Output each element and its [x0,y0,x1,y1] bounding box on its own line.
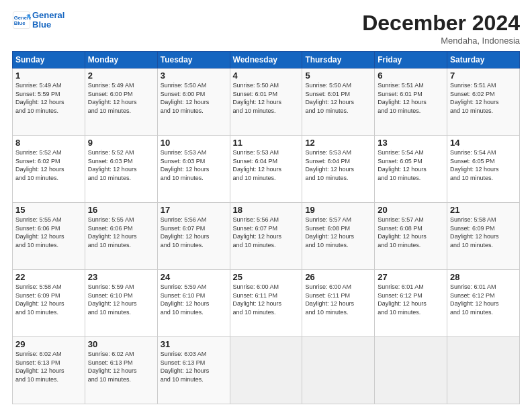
day-number: 23 [88,272,154,282]
day-number: 21 [450,205,517,215]
day-info: Sunrise: 5:59 AM Sunset: 6:10 PM Dayligh… [88,283,154,316]
day-number: 18 [233,205,300,215]
day-info: Sunrise: 5:49 AM Sunset: 5:59 PM Dayligh… [15,81,82,115]
col-wednesday: Wednesday [230,52,302,68]
calendar-day-21: 21 Sunrise: 5:58 AM Sunset: 6:09 PM Dayl… [447,203,520,270]
day-number: 29 [15,339,82,349]
day-number: 15 [15,205,82,215]
day-info: Sunrise: 5:52 AM Sunset: 6:03 PM Dayligh… [88,148,154,182]
calendar-day-23: 23 Sunrise: 5:59 AM Sunset: 6:10 PM Dayl… [85,270,157,337]
day-info: Sunrise: 5:57 AM Sunset: 6:08 PM Dayligh… [378,216,444,249]
day-info: Sunrise: 6:00 AM Sunset: 6:11 PM Dayligh… [233,283,300,316]
calendar-week-4: 22 Sunrise: 5:58 AM Sunset: 6:09 PM Dayl… [13,270,520,337]
calendar-day-25: 25 Sunrise: 6:00 AM Sunset: 6:11 PM Dayl… [230,270,302,337]
calendar-day-3: 3 Sunrise: 5:50 AM Sunset: 6:00 PM Dayli… [157,68,230,136]
day-number: 1 [15,71,82,81]
calendar-empty [302,337,375,404]
day-number: 11 [233,138,300,148]
day-number: 22 [15,272,82,282]
day-number: 3 [161,71,227,81]
calendar-week-3: 15 Sunrise: 5:55 AM Sunset: 6:06 PM Dayl… [13,203,520,270]
calendar-day-7: 7 Sunrise: 5:51 AM Sunset: 6:02 PM Dayli… [447,68,520,136]
day-number: 9 [88,138,154,148]
calendar-empty [230,337,302,404]
page: General Blue General Blue December 2024 … [0,0,532,411]
calendar-week-2: 8 Sunrise: 5:52 AM Sunset: 6:02 PM Dayli… [13,136,520,203]
month-title: December 2024 [362,11,520,36]
day-info: Sunrise: 6:02 AM Sunset: 6:13 PM Dayligh… [15,350,82,383]
day-number: 28 [450,272,517,282]
day-number: 4 [233,71,300,81]
day-info: Sunrise: 5:57 AM Sunset: 6:08 PM Dayligh… [305,216,371,249]
calendar-day-13: 13 Sunrise: 5:54 AM Sunset: 6:05 PM Dayl… [375,136,447,203]
calendar-day-8: 8 Sunrise: 5:52 AM Sunset: 6:02 PM Dayli… [13,136,85,203]
calendar-day-12: 12 Sunrise: 5:53 AM Sunset: 6:04 PM Dayl… [302,136,375,203]
calendar-header-row: Sunday Monday Tuesday Wednesday Thursday… [13,52,520,68]
col-tuesday: Tuesday [157,52,230,68]
day-number: 25 [233,272,300,282]
day-number: 31 [161,339,227,349]
calendar-day-29: 29 Sunrise: 6:02 AM Sunset: 6:13 PM Dayl… [13,337,85,404]
col-saturday: Saturday [447,52,520,68]
day-info: Sunrise: 5:59 AM Sunset: 6:10 PM Dayligh… [161,283,227,316]
calendar-day-5: 5 Sunrise: 5:50 AM Sunset: 6:01 PM Dayli… [302,68,375,136]
calendar-empty [375,337,447,404]
day-info: Sunrise: 5:54 AM Sunset: 6:05 PM Dayligh… [378,148,444,182]
day-number: 7 [450,71,517,81]
day-number: 2 [88,71,154,81]
calendar-day-9: 9 Sunrise: 5:52 AM Sunset: 6:03 PM Dayli… [85,136,157,203]
day-number: 26 [305,272,371,282]
day-number: 30 [88,339,154,349]
day-number: 20 [378,205,444,215]
day-info: Sunrise: 6:03 AM Sunset: 6:13 PM Dayligh… [161,350,227,383]
day-info: Sunrise: 6:01 AM Sunset: 6:12 PM Dayligh… [450,283,517,316]
calendar-day-6: 6 Sunrise: 5:51 AM Sunset: 6:01 PM Dayli… [375,68,447,136]
day-info: Sunrise: 5:50 AM Sunset: 6:01 PM Dayligh… [305,81,371,115]
day-info: Sunrise: 5:54 AM Sunset: 6:05 PM Dayligh… [450,148,517,182]
calendar-day-18: 18 Sunrise: 5:56 AM Sunset: 6:07 PM Dayl… [230,203,302,270]
day-info: Sunrise: 5:49 AM Sunset: 6:00 PM Dayligh… [88,81,154,115]
calendar-day-2: 2 Sunrise: 5:49 AM Sunset: 6:00 PM Dayli… [85,68,157,136]
day-info: Sunrise: 5:58 AM Sunset: 6:09 PM Dayligh… [450,216,517,249]
day-info: Sunrise: 5:52 AM Sunset: 6:02 PM Dayligh… [15,148,82,182]
day-number: 19 [305,205,371,215]
calendar-day-19: 19 Sunrise: 5:57 AM Sunset: 6:08 PM Dayl… [302,203,375,270]
header: General Blue General Blue December 2024 … [12,11,520,46]
day-number: 13 [378,138,444,148]
day-info: Sunrise: 5:50 AM Sunset: 6:00 PM Dayligh… [161,81,227,115]
day-info: Sunrise: 5:56 AM Sunset: 6:07 PM Dayligh… [161,216,227,249]
calendar-day-22: 22 Sunrise: 5:58 AM Sunset: 6:09 PM Dayl… [13,270,85,337]
calendar-day-20: 20 Sunrise: 5:57 AM Sunset: 6:08 PM Dayl… [375,203,447,270]
calendar-day-24: 24 Sunrise: 5:59 AM Sunset: 6:10 PM Dayl… [157,270,230,337]
day-info: Sunrise: 5:55 AM Sunset: 6:06 PM Dayligh… [15,216,82,249]
day-info: Sunrise: 5:51 AM Sunset: 6:01 PM Dayligh… [378,81,444,115]
day-number: 16 [88,205,154,215]
day-number: 24 [161,272,227,282]
calendar-table: Sunday Monday Tuesday Wednesday Thursday… [12,51,520,404]
title-block: December 2024 Mendaha, Indonesia [362,11,520,46]
calendar-day-11: 11 Sunrise: 5:53 AM Sunset: 6:04 PM Dayl… [230,136,302,203]
location: Mendaha, Indonesia [362,36,520,46]
calendar-day-1: 1 Sunrise: 5:49 AM Sunset: 5:59 PM Dayli… [13,68,85,136]
calendar-day-26: 26 Sunrise: 6:00 AM Sunset: 6:11 PM Dayl… [302,270,375,337]
logo-text: General Blue [32,11,64,30]
calendar-day-27: 27 Sunrise: 6:01 AM Sunset: 6:12 PM Dayl… [375,270,447,337]
day-number: 14 [450,138,517,148]
calendar-week-1: 1 Sunrise: 5:49 AM Sunset: 5:59 PM Dayli… [13,68,520,136]
calendar-day-10: 10 Sunrise: 5:53 AM Sunset: 6:03 PM Dayl… [157,136,230,203]
day-info: Sunrise: 5:58 AM Sunset: 6:09 PM Dayligh… [15,283,82,316]
logo: General Blue General Blue [12,11,64,30]
day-info: Sunrise: 6:02 AM Sunset: 6:13 PM Dayligh… [88,350,154,383]
day-number: 5 [305,71,371,81]
calendar-day-15: 15 Sunrise: 5:55 AM Sunset: 6:06 PM Dayl… [13,203,85,270]
day-number: 12 [305,138,371,148]
calendar-week-5: 29 Sunrise: 6:02 AM Sunset: 6:13 PM Dayl… [13,337,520,404]
col-monday: Monday [85,52,157,68]
calendar-day-16: 16 Sunrise: 5:55 AM Sunset: 6:06 PM Dayl… [85,203,157,270]
calendar-day-28: 28 Sunrise: 6:01 AM Sunset: 6:12 PM Dayl… [447,270,520,337]
day-info: Sunrise: 5:53 AM Sunset: 6:04 PM Dayligh… [233,148,300,182]
col-thursday: Thursday [302,52,375,68]
logo-icon: General Blue [12,11,31,30]
day-number: 17 [161,205,227,215]
calendar-day-17: 17 Sunrise: 5:56 AM Sunset: 6:07 PM Dayl… [157,203,230,270]
